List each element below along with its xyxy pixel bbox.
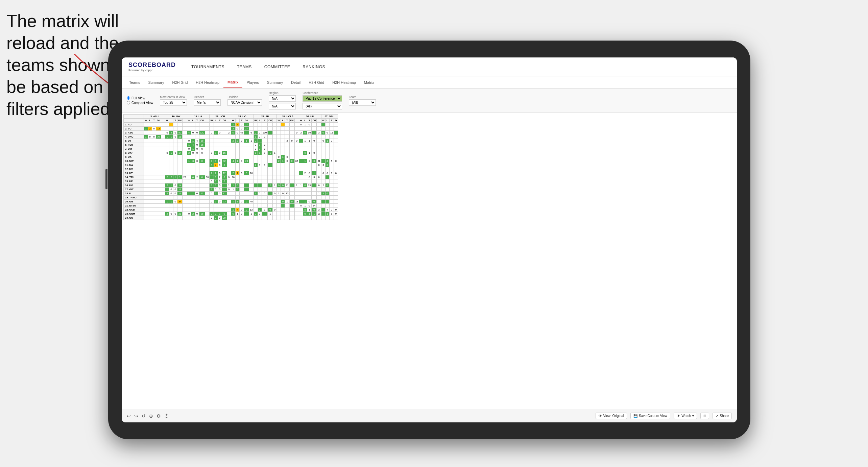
- undo-icon[interactable]: ↩: [127, 413, 131, 419]
- nav-rankings[interactable]: RANKINGS: [297, 63, 331, 71]
- matrix-cell: [262, 155, 268, 159]
- matrix-cell: 2: [231, 171, 235, 175]
- matrix-cell: [173, 208, 177, 212]
- clock-icon[interactable]: ⏱: [164, 413, 169, 419]
- zoom-icon[interactable]: ⊕: [149, 413, 153, 419]
- matrix-cell: [312, 192, 317, 196]
- matrix-cell: 0: [244, 200, 249, 204]
- nav-committee[interactable]: COMMITTEE: [259, 63, 296, 71]
- col-header-osu: 57. OSU: [321, 115, 338, 119]
- grid-btn[interactable]: ⊞: [700, 413, 709, 419]
- matrix-cell: 0: [187, 139, 191, 143]
- settings-icon[interactable]: ⚙: [156, 413, 161, 419]
- full-view-radio[interactable]: Full View: [127, 96, 153, 100]
- view-original-btn[interactable]: 👁 View: Original: [596, 413, 627, 419]
- division-select[interactable]: NCAA Division I: [227, 99, 262, 106]
- sub-nav-teams[interactable]: Teams: [125, 78, 144, 87]
- matrix-cell: [173, 159, 177, 163]
- matrix-cell: 3: [317, 131, 321, 135]
- matrix-cell: [205, 123, 210, 127]
- matrix-cell: [321, 127, 325, 131]
- region-select[interactable]: N/A: [269, 95, 296, 102]
- watch-btn[interactable]: 👁 Watch ▾: [674, 413, 697, 419]
- matrix-cell: [169, 196, 173, 200]
- matrix-cell: [183, 183, 187, 188]
- matrix-cell: [249, 183, 254, 188]
- matrix-cell: [268, 171, 273, 175]
- matrix-cell: [254, 183, 258, 188]
- matrix-cell: [285, 123, 289, 127]
- matrix-cell: [307, 179, 312, 183]
- redo-icon[interactable]: ↪: [134, 413, 138, 419]
- sub-nav-players[interactable]: Players: [242, 78, 263, 87]
- sub-nav-detail[interactable]: Detail: [287, 78, 305, 87]
- matrix-cell: [277, 123, 281, 127]
- matrix-cell: [214, 155, 218, 159]
- matrix-cell: [152, 123, 156, 127]
- region-select2[interactable]: N/A: [269, 103, 296, 109]
- matrix-cell: [254, 175, 258, 179]
- corner-header: [124, 115, 144, 119]
- matrix-cell: [273, 163, 277, 167]
- row-header: 3. ASU: [124, 131, 144, 135]
- matrix-cell: 0: [239, 139, 244, 143]
- sub-nav-summary2[interactable]: Summary: [263, 78, 287, 87]
- matrix-cell: [235, 175, 239, 179]
- matrix-cell: [294, 175, 299, 179]
- matrix-cell: [183, 135, 187, 139]
- matrix-cell: [244, 192, 249, 196]
- matrix-cell: [299, 155, 303, 159]
- matrix-cell: [307, 147, 312, 151]
- matrix-cell: [281, 212, 285, 216]
- save-custom-btn[interactable]: 💾 Save Custom View: [630, 413, 670, 419]
- matrix-cell: [321, 167, 325, 171]
- row-header: 17. GIT: [124, 188, 144, 192]
- view-radio-group: Full View Compact View: [127, 96, 153, 105]
- sub-nav-h2h-heatmap2[interactable]: H2H Heatmap: [328, 78, 360, 87]
- refresh-icon[interactable]: ↺: [142, 413, 146, 419]
- matrix-cell: 0: [218, 131, 222, 135]
- matrix-cell: [183, 147, 187, 151]
- sub-nav-summary[interactable]: Summary: [144, 78, 168, 87]
- matrix-cell: [317, 167, 321, 171]
- matrix-cell: [161, 151, 165, 155]
- matrix-cell: [262, 171, 268, 175]
- matrix-cell: [148, 183, 152, 188]
- matrix-cell: [334, 143, 338, 147]
- nav-tournaments[interactable]: TOURNAMENTS: [186, 63, 230, 71]
- nav-teams[interactable]: TEAMS: [232, 63, 257, 71]
- matrix-cell: 0: [277, 155, 281, 159]
- sub-nav-h2h-grid[interactable]: H2H Grid: [168, 78, 192, 87]
- team-select[interactable]: (All): [349, 99, 376, 106]
- matrix-cell: [231, 163, 235, 167]
- matrix-cell: [299, 127, 303, 131]
- conference-select2[interactable]: (All): [303, 103, 342, 109]
- matrix-cell: [210, 139, 214, 143]
- max-teams-filter: Max teams in view Top 25: [160, 95, 187, 106]
- matrix-cell: [231, 167, 235, 171]
- matrix-cell: [218, 155, 222, 159]
- max-teams-select[interactable]: Top 25: [160, 99, 187, 106]
- sub-nav-matrix[interactable]: Matrix: [223, 77, 242, 88]
- matrix-cell: [249, 167, 254, 171]
- matrix-cell: [268, 196, 273, 200]
- matrix-cell: 0: [334, 171, 338, 175]
- conference-select[interactable]: Pac-12 Conference: [303, 95, 342, 102]
- matrix-wrapper[interactable]: 3. ASU 10. UW 11. UA 22. UCB 24. UO 27. …: [122, 113, 737, 422]
- matrix-cell: [303, 155, 307, 159]
- compact-view-radio[interactable]: Compact View: [127, 101, 153, 105]
- matrix-cell: [144, 155, 148, 159]
- matrix-cell: 2: [299, 131, 303, 135]
- matrix-cell: [148, 163, 152, 167]
- gender-select[interactable]: Men's: [194, 99, 221, 106]
- sub-nav-h2h-grid2[interactable]: H2H Grid: [305, 78, 328, 87]
- matrix-cell: 0: [235, 127, 239, 131]
- matrix-cell: [161, 171, 165, 175]
- share-btn[interactable]: ↗ Share: [713, 413, 732, 419]
- matrix-cell: [294, 192, 299, 196]
- sub-nav-h2h-heatmap[interactable]: H2H Heatmap: [192, 78, 223, 87]
- matrix-cell: 1: [303, 139, 307, 143]
- matrix-cell: [187, 167, 191, 171]
- subheader-corner: [124, 119, 144, 123]
- sub-nav-matrix2[interactable]: Matrix: [360, 78, 378, 87]
